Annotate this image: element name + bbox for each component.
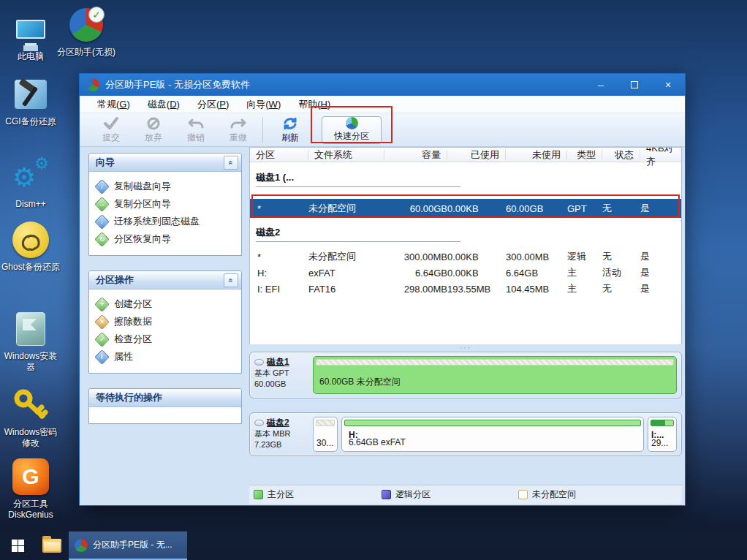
table-row-disk1-unallocated[interactable]: * 未分配空间 60.00GB 0.00KB 60.00GB GPT 无 是 <box>250 199 681 218</box>
pending-operations-title: 等待执行的操作 <box>96 391 162 404</box>
pending-operations-panel: 等待执行的操作 <box>88 388 242 424</box>
unallocated-swatch <box>518 490 528 499</box>
disk2-partition-i-segment[interactable]: I:... 29... <box>648 417 677 452</box>
used-space-bar <box>651 420 665 425</box>
create-partition-icon: + <box>94 296 110 311</box>
minimize-button[interactable]: – <box>584 74 618 96</box>
disk2-unallocated-segment[interactable]: 30... <box>313 417 338 452</box>
menu-wizard[interactable]: 向导(W) <box>238 98 289 111</box>
commit-button[interactable]: 提交 <box>90 116 132 144</box>
recovery-icon: ↻ <box>94 231 110 246</box>
column-header[interactable]: 文件系统 <box>308 150 384 160</box>
segment-label: 29... <box>651 438 668 448</box>
column-header[interactable]: 已使用 <box>447 150 506 160</box>
primary-partition-swatch <box>254 490 263 499</box>
commit-check-icon <box>102 116 120 131</box>
desktop-icon-label: 分区助手(无损) <box>56 47 117 58</box>
disk2-partition-h-segment[interactable]: H: 6.64GB exFAT <box>341 417 644 452</box>
desktop-icon-label: Windows密码修改 <box>0 427 61 449</box>
wizards-panel: 向导 « ↓ 复制磁盘向导 → 复制分区向导 ↓ 迁移系统到固态磁盘 <box>88 153 242 256</box>
disk2-panel[interactable]: 磁盘2 基本 MBR 7.23GB 30... H: 6.64GB exFAT <box>249 412 682 456</box>
maximize-icon <box>631 81 638 88</box>
table-header: 分区 文件系统 容量 已使用 未使用 类型 状态 4KB对齐 <box>250 148 681 162</box>
disk2-info: 磁盘2 基本 MBR 7.23GB <box>254 417 313 452</box>
disk1-group-label: 磁盘1 (... <box>256 171 460 187</box>
table-row-partition-i[interactable]: I: EFI FAT16 298.00MB 193.55MB 104.45MB … <box>250 281 681 297</box>
redo-button[interactable]: 重做 <box>217 116 259 144</box>
table-row-partition-h[interactable]: H: exFAT 6.64GB 0.00KB 6.64GB 主 活动 是 <box>250 265 681 281</box>
desktop-icon-label: 此电脑 <box>0 51 61 62</box>
splitter-handle[interactable]: ··· <box>249 344 682 350</box>
gears-icon: ⚙⚙ <box>0 158 61 196</box>
legend-primary-partition: 主分区 <box>254 488 294 501</box>
taskbar-app-partition-assistant[interactable]: 分区助手PE版 - 无... <box>69 531 187 560</box>
menu-partition[interactable]: 分区(P) <box>189 98 238 111</box>
desktop-icon-windows-password[interactable]: Windows密码修改 <box>0 386 61 449</box>
start-button[interactable] <box>0 531 35 560</box>
menu-general[interactable]: 常规(G) <box>88 98 139 111</box>
column-header[interactable]: 类型 <box>567 150 602 160</box>
undo-button[interactable]: 撤销 <box>175 116 217 144</box>
desktop-icon-label: Ghost备份还原 <box>0 262 61 273</box>
menu-help[interactable]: 帮助(H) <box>289 98 339 111</box>
wizards-panel-header[interactable]: 向导 « <box>89 154 241 172</box>
segment-label: 6.64GB exFAT <box>349 437 406 447</box>
discard-button[interactable]: 放弃 <box>132 116 175 144</box>
collapse-chevron-icon[interactable]: « <box>224 156 238 170</box>
sidebar-item-copy-disk-wizard[interactable]: ↓ 复制磁盘向导 <box>95 178 237 195</box>
legend-logical-partition: 逻辑分区 <box>382 488 431 501</box>
desktop-icon-this-pc[interactable]: 此电脑 <box>0 10 61 62</box>
sidebar-item-migrate-os-ssd[interactable]: ↓ 迁移系统到固态磁盘 <box>95 213 237 230</box>
sidebar-item-erase-data[interactable]: × 擦除数据 <box>95 313 237 330</box>
desktop-icon-partition-assistant[interactable]: ✓ 分区助手(无损) <box>56 6 117 58</box>
partition-copy-icon: → <box>94 196 110 211</box>
pending-operations-header[interactable]: 等待执行的操作 <box>89 389 241 407</box>
usage-strip <box>316 420 335 426</box>
sidebar-item-check-partition[interactable]: ✓ 检查分区 <box>95 330 237 348</box>
collapse-chevron-icon[interactable]: « <box>224 273 238 287</box>
sidebar-item-copy-partition-wizard[interactable]: → 复制分区向导 <box>95 195 237 213</box>
disk1-unallocated-segment[interactable]: 60.00GB 未分配空间 <box>313 356 677 394</box>
disk-icon <box>254 420 264 426</box>
sidebar-item-partition-recovery-wizard[interactable]: ↻ 分区恢复向导 <box>95 230 237 248</box>
disk2-scheme: 基本 MBR <box>254 428 313 439</box>
title-bar[interactable]: 分区助手PE版 - 无损分区免费软件 – × <box>80 74 685 96</box>
file-explorer-button[interactable] <box>35 531 69 560</box>
column-header[interactable]: 状态 <box>602 150 640 160</box>
desktop-icon-dism[interactable]: ⚙⚙ Dism++ <box>0 158 61 210</box>
disk1-scheme: 基本 GPT <box>254 368 313 379</box>
desktop-icon-label: Dism++ <box>0 199 61 210</box>
column-header[interactable]: 4KB对齐 <box>640 150 681 160</box>
menu-disk[interactable]: 磁盘(D) <box>139 98 189 111</box>
sidebar-item-properties[interactable]: i 属性 <box>95 348 237 366</box>
operations-panel-title: 分区操作 <box>96 273 134 287</box>
column-header[interactable]: 未使用 <box>506 150 567 160</box>
column-header[interactable]: 容量 <box>384 150 447 160</box>
usage-strip <box>344 420 641 426</box>
discard-icon <box>145 116 162 131</box>
ghost-icon <box>0 221 61 259</box>
column-header[interactable]: 分区 <box>250 150 308 160</box>
refresh-button[interactable]: 刷新 <box>269 116 311 144</box>
folder-icon <box>42 539 61 553</box>
disk1-panel[interactable]: 磁盘1 基本 GPT 60.00GB 60.00GB 未分配空间 <box>249 352 682 398</box>
diskgenius-icon: G <box>0 458 61 496</box>
segment-label: 60.00GB 未分配空间 <box>319 376 401 388</box>
operations-panel-header[interactable]: 分区操作 « <box>89 271 241 290</box>
desktop-icon-label: 分区工具DiskGenius <box>0 499 61 521</box>
maximize-button[interactable] <box>618 74 651 96</box>
installer-box-icon <box>0 310 61 348</box>
desktop-icon-diskgenius[interactable]: G 分区工具DiskGenius <box>0 458 61 521</box>
key-icon <box>0 386 61 424</box>
wizards-panel-title: 向导 <box>96 156 115 169</box>
sidebar-item-create-partition[interactable]: + 创建分区 <box>95 295 237 313</box>
quick-partition-button[interactable]: 快速分区 <box>322 116 382 144</box>
desktop-icon-cgi-backup[interactable]: CGI备份还原 <box>0 75 61 127</box>
desktop-icon-ghost-backup[interactable]: Ghost备份还原 <box>0 221 61 273</box>
table-row-disk2-unallocated[interactable]: * 未分配空间 300.00MB 0.00KB 300.00MB 逻辑 无 是 <box>250 249 681 265</box>
legend-bar: 主分区 逻辑分区 未分配空间 <box>249 485 682 504</box>
operations-panel: 分区操作 « + 创建分区 × 擦除数据 ✓ 检查分区 <box>88 270 242 374</box>
close-button[interactable]: × <box>651 74 685 96</box>
desktop-icon-windows-installer[interactable]: Windows安装器 <box>0 310 61 373</box>
partition-table: 分区 文件系统 容量 已使用 未使用 类型 状态 4KB对齐 磁盘1 (... … <box>249 147 682 344</box>
